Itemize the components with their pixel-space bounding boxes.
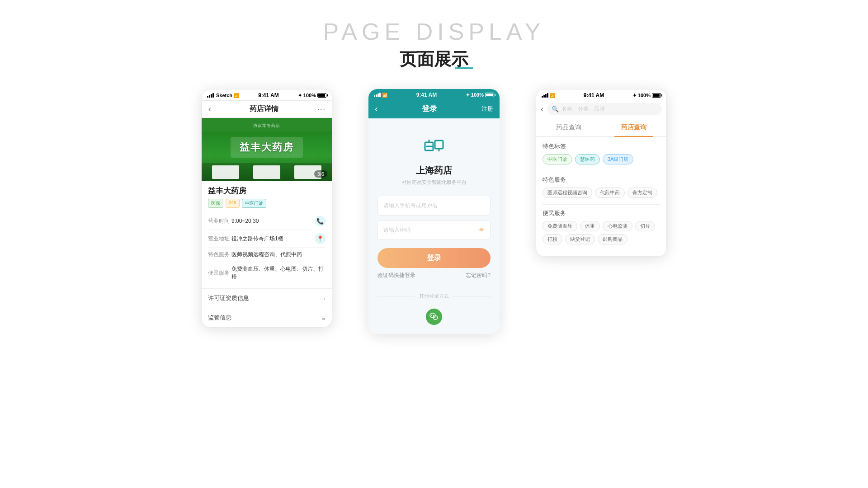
phone1-time: 9:41 AM (258, 92, 279, 99)
verify-login-link[interactable]: 验证码快捷登录 (377, 272, 415, 279)
svc-mail-purchase[interactable]: 邮购商品 (598, 234, 627, 244)
phone3-frame: 📶 9:41 AM ✦ 100% ‹ 🔍 名称、分类、品牌 药品查询 (536, 89, 667, 257)
phone-input[interactable]: 请输入手机号或用户名 (377, 196, 491, 216)
search-input-wrap[interactable]: 🔍 名称、分类、品牌 (547, 103, 662, 115)
app-name: 上海药店 (416, 164, 452, 177)
phone1-status-bar: Sketch 📶 9:41 AM ✦ 100% (202, 89, 332, 100)
p2-back-button[interactable]: ‹ (375, 103, 378, 114)
special-services-section: 特色服务 医师远程视频咨询 代煎中药 膏方定制 (542, 176, 660, 198)
divider-right (453, 296, 491, 296)
password-placeholder: 请输入密码 (383, 226, 410, 234)
supervision-section[interactable]: 监管信息 ≡ (202, 308, 332, 327)
back-button[interactable]: ‹ (208, 104, 211, 114)
pharmacy-info: 益丰大药房 医保 24h 中医门诊 营业时间 9:00~20:30 📞 营业地址… (202, 181, 332, 288)
p2-nav-title: 登录 (422, 103, 437, 114)
p2-register-btn[interactable]: 注册 (481, 105, 493, 113)
p3-back-button[interactable]: ‹ (541, 104, 543, 114)
svc-ecg[interactable]: 心电监测 (603, 221, 632, 231)
pharmacy-image: 协议零售药店 益丰大药房 3/6 (202, 118, 332, 181)
conv-value: 免费测血压、体重、心电图、切片、打粉 (231, 265, 326, 281)
svc-tcm-decoction[interactable]: 代煎中药 (595, 188, 625, 198)
license-section[interactable]: 许可证资质信息 › (202, 288, 332, 308)
nav-title: 药店详情 (250, 104, 278, 114)
phone3-tabs: 药品查询 药店查询 (536, 119, 666, 137)
login-links: 验证码快捷登录 忘记密码? (377, 272, 491, 279)
phones-container: Sketch 📶 9:41 AM ✦ 100% ‹ 药店详情 ··· (201, 89, 667, 334)
hours-value: 9:00~20:30 (231, 218, 315, 224)
p3-status-left: 📶 (542, 93, 555, 98)
divider-text: 其他登录方式 (419, 293, 449, 300)
addr-value: 祖冲之路传奇广场1楼 (231, 235, 315, 243)
conv-label: 便民服务 (208, 269, 230, 277)
svg-point-5 (430, 313, 435, 318)
phone2-navbar: ‹ 登录 注册 (368, 100, 500, 118)
eye-icon[interactable]: 👁 (478, 226, 485, 234)
divider2 (542, 204, 660, 205)
login-body: 上海药店 社区药品安全智能化服务平台 请输入手机号或用户名 请输入密码 👁 登录… (368, 118, 500, 334)
social-login (426, 309, 442, 325)
title-en: PAGE DISPLAY (323, 18, 545, 45)
address-row: 营业地址 祖冲之路传奇广场1楼 📍 (208, 230, 326, 248)
special-tags-title: 特色标签 (542, 142, 660, 150)
page-header: PAGE DISPLAY 页面展示 (323, 18, 545, 71)
p3-wifi-icon: 📶 (550, 93, 555, 98)
tab-pharmacy[interactable]: 药店查询 (601, 119, 666, 136)
supervision-icon: ≡ (321, 314, 326, 322)
svc-weight[interactable]: 体重 (580, 221, 600, 231)
convenience-services-title: 便民服务 (542, 209, 660, 217)
forgot-pwd-link[interactable]: 忘记密码? (466, 272, 491, 279)
battery-label: 100% (303, 93, 316, 98)
other-login-divider: 其他登录方式 (377, 293, 491, 300)
bluetooth-icon: ✦ (298, 93, 302, 99)
phone2-frame: 📶 9:41 AM ✦ 100% ‹ 登录 注册 (368, 89, 500, 334)
svc-paste-custom[interactable]: 膏方定制 (627, 188, 657, 198)
special-tags-section: 特色标签 中医门诊 慧医药 3A级门店 (542, 142, 660, 164)
tab-medicine[interactable]: 药品查询 (536, 119, 601, 136)
divider-left (377, 296, 415, 296)
pharmacy-sign: 益丰大药房 (240, 141, 294, 153)
pharmacy-tags: 医保 24h 中医门诊 (208, 199, 326, 208)
tag-smart-pharmacy[interactable]: 慧医药 (575, 154, 600, 164)
svc-video-consult[interactable]: 医师远程视频咨询 (542, 188, 592, 198)
tag-3a-store[interactable]: 3A级门店 (603, 154, 633, 164)
phone1-navbar: ‹ 药店详情 ··· (202, 100, 332, 118)
license-label: 许可证资质信息 (208, 294, 249, 302)
svc-label: 特色服务 (208, 251, 230, 258)
p2-wifi-icon: 📶 (382, 93, 387, 98)
status-left: Sketch 📶 (207, 93, 239, 98)
svc-cut[interactable]: 切片 (635, 221, 655, 231)
p3-bluetooth-icon: ✦ (632, 93, 637, 99)
convenience-services-section: 便民服务 免费测血压 体重 心电监测 切片 打粉 缺货登记 邮购商品 (542, 209, 660, 244)
app-slogan: 社区药品安全智能化服务平台 (402, 179, 467, 186)
location-icon[interactable]: 📍 (315, 233, 326, 244)
svc-grind[interactable]: 打粉 (542, 234, 562, 244)
password-input[interactable]: 请输入密码 👁 (377, 220, 491, 240)
p3-battery-label: 100% (638, 93, 651, 98)
sketch-label: Sketch (216, 93, 232, 98)
svg-point-7 (433, 315, 434, 316)
search-icon: 🔍 (552, 106, 559, 113)
login-button[interactable]: 登录 (377, 248, 491, 268)
business-hours-row: 营业时间 9:00~20:30 📞 (208, 212, 326, 230)
wifi-icon: 📶 (234, 93, 239, 98)
svc-shortage[interactable]: 缺货登记 (565, 234, 595, 244)
phone-icon[interactable]: 📞 (315, 216, 326, 226)
search-placeholder: 名称、分类、品牌 (561, 105, 605, 113)
status-right: ✦ 100% (298, 93, 326, 99)
svg-point-6 (431, 315, 432, 316)
p3-signal-icon (542, 93, 548, 98)
phone-placeholder: 请输入手机号或用户名 (383, 202, 438, 210)
phone3-time: 9:41 AM (584, 92, 604, 99)
license-chevron: › (323, 295, 326, 302)
tag-tcm-clinic[interactable]: 中医门诊 (542, 154, 572, 164)
p2-status-right: ✦ 100% (466, 92, 494, 98)
tag-24h: 24h (226, 199, 240, 208)
p3-battery-icon (652, 93, 661, 98)
svc-bp-measure[interactable]: 免费测血压 (542, 221, 577, 231)
divider1 (542, 171, 660, 171)
wechat-button[interactable] (426, 309, 442, 325)
special-services-tags: 医师远程视频咨询 代煎中药 膏方定制 (542, 188, 660, 198)
phone3-body: 特色标签 中医门诊 慧医药 3A级门店 特色服务 医师远程视频咨询 代煎中药 膏… (536, 137, 666, 256)
more-button[interactable]: ··· (317, 105, 326, 113)
hours-label: 营业时间 (208, 217, 230, 225)
